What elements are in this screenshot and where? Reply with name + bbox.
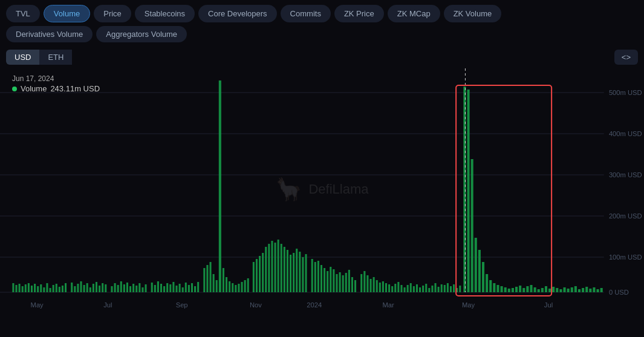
svg-rect-60 <box>141 287 143 292</box>
svg-rect-180 <box>541 288 544 292</box>
svg-rect-47 <box>99 286 100 292</box>
svg-rect-143 <box>413 286 415 292</box>
chart-container: Jun 17, 2024 Volume 243.11m USD 🦙 DefiLl… <box>0 68 644 310</box>
svg-rect-144 <box>416 284 418 292</box>
svg-rect-166 <box>489 280 492 292</box>
svg-rect-129 <box>369 279 371 292</box>
currency-usd[interactable]: USD <box>6 50 39 65</box>
tab-volume[interactable]: Volume <box>44 5 90 22</box>
svg-rect-107 <box>296 249 298 292</box>
svg-rect-192 <box>585 287 588 292</box>
svg-rect-133 <box>382 281 384 292</box>
tab-price[interactable]: Price <box>94 5 131 22</box>
svg-rect-185 <box>559 289 562 292</box>
svg-rect-103 <box>284 247 285 292</box>
chart-svg: 500m USD 400m USD 300m USD 200m USD 100m… <box>0 68 644 310</box>
svg-rect-53 <box>120 281 122 292</box>
svg-rect-52 <box>117 285 119 292</box>
svg-rect-188 <box>571 287 573 292</box>
svg-rect-176 <box>526 286 529 292</box>
svg-rect-82 <box>216 280 218 292</box>
svg-rect-86 <box>229 281 230 292</box>
svg-rect-75 <box>191 283 193 292</box>
svg-rect-187 <box>567 289 570 292</box>
svg-rect-98 <box>268 244 270 292</box>
svg-rect-134 <box>385 283 387 292</box>
svg-text:2024: 2024 <box>307 301 322 309</box>
svg-text:May: May <box>31 301 44 309</box>
svg-rect-66 <box>163 286 165 292</box>
svg-rect-41 <box>80 281 82 292</box>
svg-rect-149 <box>431 286 433 292</box>
svg-rect-148 <box>428 288 430 292</box>
svg-rect-137 <box>394 284 396 292</box>
svg-rect-163 <box>478 250 481 292</box>
svg-rect-76 <box>194 286 196 292</box>
currency-eth[interactable]: ETH <box>39 50 72 65</box>
tab-tvl[interactable]: TVL <box>6 5 40 22</box>
svg-rect-65 <box>160 284 162 292</box>
svg-rect-25 <box>28 283 30 292</box>
tab-core-developers[interactable]: Core Developers <box>198 5 277 22</box>
tab-stablecoins[interactable]: Stablecoins <box>135 5 195 22</box>
svg-rect-91 <box>244 280 246 292</box>
svg-rect-27 <box>34 284 36 292</box>
svg-rect-28 <box>37 286 39 292</box>
svg-rect-150 <box>434 283 436 292</box>
svg-rect-138 <box>397 282 399 292</box>
embed-button[interactable]: <> <box>614 50 638 65</box>
svg-rect-173 <box>515 287 518 292</box>
svg-rect-165 <box>486 274 488 292</box>
svg-rect-99 <box>271 241 273 292</box>
svg-rect-119 <box>336 274 337 292</box>
svg-rect-179 <box>538 289 540 292</box>
svg-rect-198 <box>456 85 551 296</box>
svg-rect-142 <box>410 283 412 292</box>
svg-rect-171 <box>508 289 510 292</box>
svg-rect-182 <box>548 289 551 292</box>
svg-rect-64 <box>157 281 159 292</box>
svg-rect-90 <box>241 282 242 292</box>
svg-rect-54 <box>123 284 125 292</box>
svg-rect-22 <box>19 284 21 292</box>
tab-row-2: Derivatives Volume Aggregators Volume <box>0 26 644 46</box>
svg-rect-32 <box>50 288 51 292</box>
tab-zk-volume[interactable]: ZK Volume <box>444 5 502 22</box>
svg-rect-154 <box>447 283 449 292</box>
svg-rect-44 <box>89 287 91 292</box>
svg-text:Mar: Mar <box>382 301 394 309</box>
svg-rect-63 <box>154 285 156 292</box>
svg-rect-72 <box>182 287 184 292</box>
svg-rect-83 <box>219 80 221 292</box>
svg-rect-168 <box>496 285 499 292</box>
svg-rect-141 <box>407 285 409 292</box>
svg-rect-125 <box>354 280 356 292</box>
svg-rect-79 <box>206 265 208 292</box>
svg-rect-196 <box>600 288 603 292</box>
svg-text:100m USD: 100m USD <box>609 254 642 261</box>
tab-commits[interactable]: Commits <box>281 5 331 22</box>
svg-rect-35 <box>59 287 60 292</box>
svg-rect-128 <box>366 275 368 292</box>
svg-rect-92 <box>247 278 249 292</box>
svg-rect-59 <box>138 283 140 292</box>
svg-rect-146 <box>422 286 424 292</box>
svg-rect-117 <box>330 267 331 292</box>
svg-rect-135 <box>388 284 390 292</box>
tab-derivatives-volume[interactable]: Derivatives Volume <box>6 26 93 42</box>
svg-rect-70 <box>175 286 177 292</box>
svg-rect-175 <box>522 288 525 292</box>
svg-rect-109 <box>302 257 304 292</box>
svg-rect-74 <box>188 285 190 292</box>
svg-rect-120 <box>339 272 341 292</box>
tab-zk-price[interactable]: ZK Price <box>334 5 384 22</box>
svg-rect-113 <box>317 261 319 292</box>
svg-rect-118 <box>333 269 334 292</box>
svg-rect-167 <box>493 283 495 292</box>
svg-rect-26 <box>31 286 33 292</box>
svg-rect-158 <box>459 286 461 292</box>
tab-zk-mcap[interactable]: ZK MCap <box>388 5 440 22</box>
tab-aggregators-volume[interactable]: Aggregators Volume <box>96 26 187 42</box>
svg-rect-49 <box>105 284 106 292</box>
svg-rect-42 <box>83 285 85 292</box>
